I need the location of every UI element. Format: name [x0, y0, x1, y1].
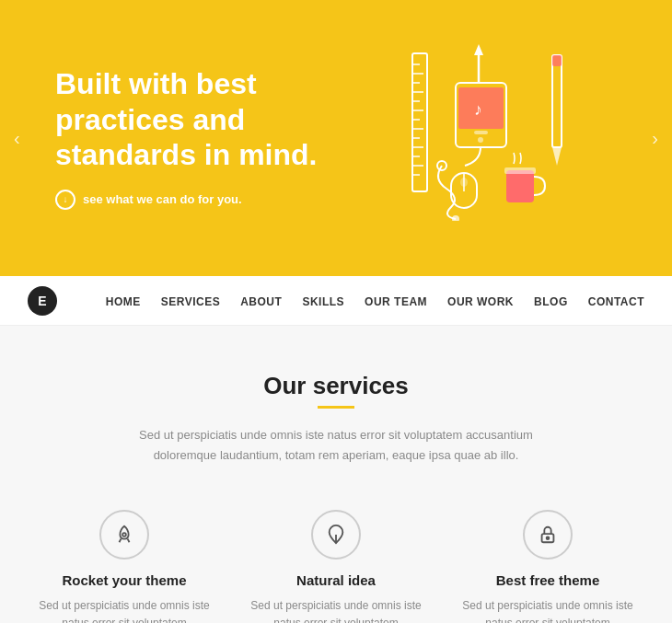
nav-link-item[interactable]: CONTACT	[588, 293, 644, 309]
service-name: Natural idea	[249, 572, 423, 588]
svg-rect-30	[552, 55, 562, 66]
nav-link-item[interactable]: OUR WORK	[447, 293, 514, 309]
hero-cta[interactable]: ↓ see what we can do for you.	[55, 190, 387, 210]
service-description: Sed ut perspiciatis unde omnis iste natu…	[37, 597, 212, 623]
services-subtitle: Sed ut perspiciatis unde omnis iste natu…	[133, 425, 539, 466]
svg-rect-24	[504, 167, 536, 174]
service-description: Sed ut perspiciatis unde omnis iste natu…	[460, 597, 635, 623]
nav-link[interactable]: BLOG	[534, 295, 568, 308]
svg-rect-19	[474, 131, 488, 134]
nav-link[interactable]: CONTACT	[588, 295, 644, 308]
leaf-icon	[311, 510, 361, 560]
svg-rect-23	[506, 170, 534, 202]
services-title-underline	[318, 406, 354, 409]
nav-link-item[interactable]: ABOUT	[240, 293, 282, 309]
service-description: Sed ut perspiciatis unde omnis iste natu…	[249, 597, 423, 623]
nav-links: HOMESERVICESABOUTSKILLSOUR TEAMOUR WORKB…	[106, 293, 644, 309]
service-name: Best free theme	[460, 572, 635, 588]
hero-section: ‹ Built with best practices and standard…	[0, 0, 672, 276]
service-card: Natural ideaSed ut perspiciatis unde omn…	[249, 510, 423, 623]
service-card: Best free themeSed ut perspiciatis unde …	[460, 510, 635, 623]
svg-point-31	[122, 533, 126, 536]
nav-link-item[interactable]: BLOG	[534, 293, 568, 309]
service-name: Rocket your theme	[37, 572, 212, 588]
hero-prev-arrow[interactable]: ‹	[14, 128, 20, 149]
svg-marker-15	[474, 44, 483, 55]
hero-content: Built with best practices and standards …	[55, 66, 387, 209]
svg-point-27	[460, 178, 468, 187]
svg-marker-29	[552, 147, 562, 166]
hero-title: Built with best practices and standards …	[55, 66, 387, 172]
svg-point-34	[547, 536, 550, 539]
nav-link[interactable]: SKILLS	[302, 295, 344, 308]
nav-link[interactable]: ABOUT	[240, 295, 282, 308]
illustration-svg: ♪	[396, 37, 598, 221]
rocket-icon	[99, 510, 149, 560]
services-title: Our services	[28, 372, 644, 400]
nav-link[interactable]: HOME	[106, 295, 141, 308]
nav-link[interactable]: OUR WORK	[447, 295, 514, 308]
nav-link-item[interactable]: HOME	[106, 293, 141, 309]
svg-point-21	[452, 215, 459, 221]
svg-rect-28	[552, 55, 562, 147]
svg-text:♪: ♪	[474, 100, 482, 119]
nav-logo[interactable]: E	[28, 286, 57, 316]
down-circle-icon: ↓	[55, 190, 75, 210]
nav-link-item[interactable]: OUR TEAM	[365, 293, 427, 309]
navbar: E HOMESERVICESABOUTSKILLSOUR TEAMOUR WOR…	[0, 276, 672, 326]
nav-link[interactable]: OUR TEAM	[365, 295, 427, 308]
svg-point-20	[478, 137, 483, 143]
nav-link-item[interactable]: SKILLS	[302, 293, 344, 309]
nav-link[interactable]: SERVICES	[161, 295, 220, 308]
service-card: Rocket your themeSed ut perspiciatis und…	[37, 510, 212, 623]
lock-icon	[523, 510, 573, 560]
hero-cta-text: see what we can do for you.	[83, 192, 242, 206]
hero-next-arrow[interactable]: ›	[652, 128, 658, 149]
services-section: Our services Sed ut perspiciatis unde om…	[0, 326, 672, 623]
hero-illustration: ♪	[396, 37, 617, 239]
nav-link-item[interactable]: SERVICES	[161, 293, 220, 309]
services-cards: Rocket your themeSed ut perspiciatis und…	[28, 510, 644, 623]
